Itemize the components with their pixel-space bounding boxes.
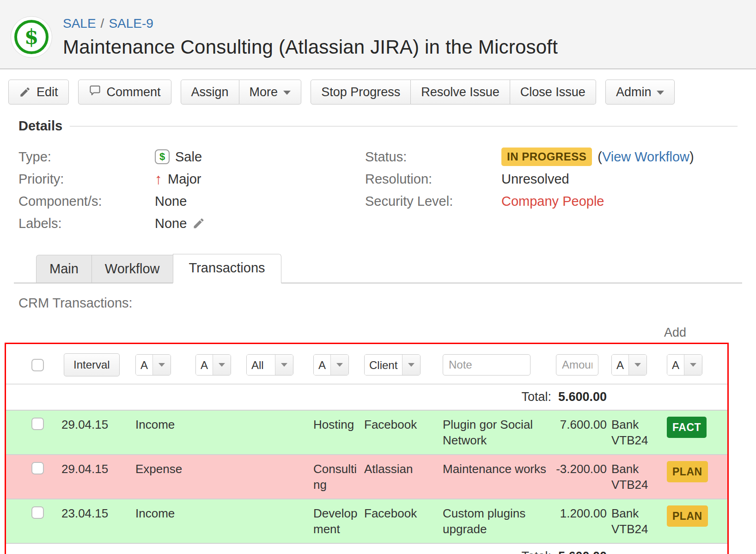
components-label: Component/s: bbox=[18, 194, 155, 209]
issue-toolbar: Edit Comment Assign More Stop Progress R… bbox=[8, 80, 756, 105]
chevron-down-icon bbox=[402, 355, 420, 375]
row-checkbox[interactable] bbox=[31, 506, 44, 519]
field-components: Component/s: None bbox=[18, 190, 365, 212]
labels-label: Labels: bbox=[18, 216, 155, 231]
field-type: Type: $ Sale bbox=[18, 146, 365, 168]
cell-note: Maintenance works bbox=[443, 461, 551, 477]
tab-workflow[interactable]: Workflow bbox=[91, 255, 173, 283]
dollar-icon: $ bbox=[14, 20, 49, 54]
chevron-down-icon bbox=[213, 355, 231, 375]
breadcrumb-issue-link[interactable]: SALE-9 bbox=[109, 16, 153, 31]
type-filter-dropdown[interactable]: A bbox=[135, 354, 171, 375]
chevron-down-icon bbox=[657, 91, 664, 95]
security-level-value: Company People bbox=[501, 194, 604, 209]
breadcrumb-separator: / bbox=[101, 16, 104, 31]
chevron-down-icon bbox=[153, 355, 171, 375]
total-row-top: Total: 5.600.00 bbox=[6, 384, 727, 410]
cell-client: Facebook bbox=[364, 417, 438, 432]
comment-button[interactable]: Comment bbox=[78, 80, 171, 105]
page-title: Maintenance Consulting (Atlassian JIRA) … bbox=[63, 36, 558, 58]
field-status: Status: IN PROGRESS (View Workflow) bbox=[365, 146, 738, 168]
edit-button[interactable]: Edit bbox=[8, 80, 69, 105]
view-workflow-link[interactable]: View Workflow bbox=[602, 149, 689, 164]
cell-account: Bank VTB24 bbox=[611, 461, 662, 492]
select-all-checkbox[interactable] bbox=[31, 359, 44, 371]
priority-value: Major bbox=[168, 172, 201, 187]
tab-transactions[interactable]: Transactions bbox=[173, 254, 281, 283]
cell-client: Facebook bbox=[364, 505, 438, 521]
cell-category: Development bbox=[313, 505, 360, 537]
crm-transactions-label: CRM Transactions: bbox=[18, 295, 756, 311]
row-checkbox[interactable] bbox=[31, 462, 44, 474]
labels-value: None bbox=[155, 216, 187, 231]
workflow-buttons-group: Stop Progress Resolve Issue Close Issue bbox=[311, 80, 596, 105]
resolution-label: Resolution: bbox=[365, 172, 501, 187]
row-checkbox[interactable] bbox=[31, 418, 44, 430]
total-value: 5.600.00 bbox=[556, 549, 607, 554]
cell-category: Hosting bbox=[313, 417, 360, 432]
total-label: Total: bbox=[443, 549, 551, 554]
priority-major-icon: ↑ bbox=[155, 172, 162, 186]
cell-amount: 1.200.00 bbox=[556, 505, 607, 521]
cell-note: Plugin gor Social Network bbox=[443, 417, 551, 448]
assign-button[interactable]: Assign bbox=[181, 80, 239, 105]
close-issue-button[interactable]: Close Issue bbox=[510, 80, 596, 105]
field-resolution: Resolution: Unresolved bbox=[365, 168, 738, 190]
issue-tabs: Main Workflow Transactions bbox=[14, 254, 742, 283]
filter-row: Interval A A All A Client A A bbox=[6, 351, 727, 384]
sale-type-icon: $ bbox=[155, 149, 170, 164]
field-security-level: Security Level: Company People bbox=[365, 190, 738, 212]
issue-avatar: $ bbox=[11, 17, 52, 57]
status-filter-dropdown[interactable]: A bbox=[667, 354, 702, 375]
admin-button[interactable]: Admin bbox=[605, 80, 675, 105]
interval-filter-button[interactable]: Interval bbox=[64, 353, 120, 376]
chevron-down-icon bbox=[629, 355, 646, 375]
transaction-row: 23.04.15 Income Development Facebook Cus… bbox=[6, 499, 727, 543]
cell-account: Bank VTB24 bbox=[611, 505, 662, 537]
total-value: 5.600.00 bbox=[556, 390, 607, 404]
all-filter-dropdown[interactable]: All bbox=[246, 354, 293, 375]
status-label: Status: bbox=[365, 149, 501, 165]
components-value: None bbox=[155, 194, 187, 209]
cell-type: Income bbox=[135, 417, 191, 432]
edit-labels-pencil-icon[interactable] bbox=[192, 217, 205, 230]
field-priority: Priority: ↑ Major bbox=[18, 168, 365, 190]
client-filter-dropdown[interactable]: Client bbox=[364, 354, 421, 375]
cell-date: 29.04.15 bbox=[61, 417, 131, 432]
cell-type: Income bbox=[135, 505, 191, 521]
status-badge-plan: PLAN bbox=[667, 461, 708, 482]
add-transaction-link[interactable]: Add bbox=[664, 326, 686, 339]
breadcrumb-project-link[interactable]: SALE bbox=[63, 16, 96, 31]
cell-type: Expense bbox=[135, 461, 191, 477]
project-filter-dropdown[interactable]: A bbox=[195, 354, 231, 375]
type-value: Sale bbox=[175, 149, 202, 165]
comment-bubble-icon bbox=[89, 84, 101, 100]
tab-main[interactable]: Main bbox=[36, 255, 92, 283]
transaction-row: 29.04.15 Expense Consulting Atlassian Ma… bbox=[6, 454, 727, 499]
breadcrumb: SALE/SALE-9 bbox=[63, 17, 558, 31]
cell-amount: 7.600.00 bbox=[556, 417, 607, 432]
transaction-row: 29.04.15 Income Hosting Facebook Plugin … bbox=[6, 410, 727, 454]
cell-amount: -3.200.00 bbox=[556, 461, 607, 477]
resolution-value: Unresolved bbox=[501, 172, 569, 187]
chevron-down-icon bbox=[331, 355, 348, 375]
resolve-issue-button[interactable]: Resolve Issue bbox=[411, 80, 510, 105]
issue-header: $ SALE/SALE-9 Maintenance Consulting (At… bbox=[0, 0, 756, 69]
note-filter-input[interactable] bbox=[443, 354, 530, 375]
chevron-down-icon bbox=[275, 355, 293, 375]
pencil-icon bbox=[19, 86, 31, 98]
details-heading: Details bbox=[18, 118, 62, 134]
cell-date: 29.04.15 bbox=[61, 461, 131, 477]
account-filter-dropdown[interactable]: A bbox=[611, 354, 647, 375]
more-button[interactable]: More bbox=[239, 80, 302, 105]
cell-client: Atlassian bbox=[364, 461, 438, 477]
field-labels: Labels: None bbox=[18, 212, 365, 234]
amount-filter-input[interactable] bbox=[556, 354, 598, 375]
cell-category: Consulting bbox=[313, 461, 360, 492]
stop-progress-button[interactable]: Stop Progress bbox=[311, 80, 411, 105]
cell-date: 23.04.15 bbox=[61, 505, 131, 521]
transactions-panel: Interval A A All A Client A A bbox=[5, 343, 729, 554]
status-badge: IN PROGRESS bbox=[501, 148, 592, 166]
category-filter-dropdown[interactable]: A bbox=[313, 354, 349, 375]
status-badge-fact: FACT bbox=[667, 417, 707, 438]
